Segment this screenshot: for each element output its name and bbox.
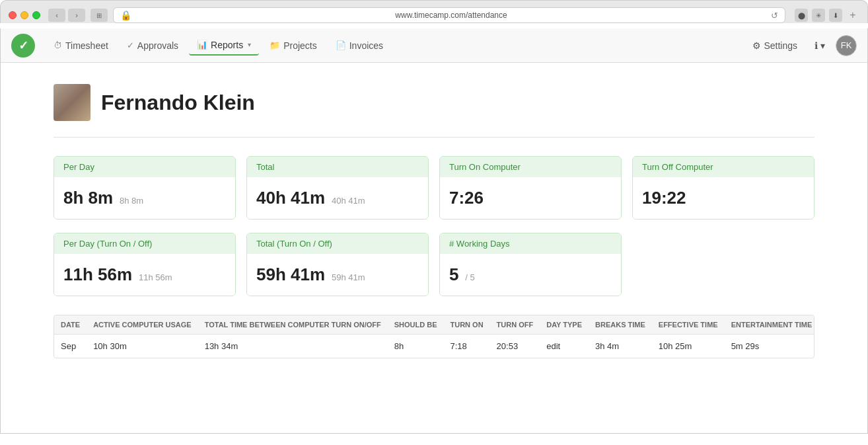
stat-sub-working-days: / 5 [465,272,474,282]
timesheet-icon: ⏱ [54,40,62,50]
profile-avatar [54,84,90,121]
nav-projects[interactable]: 📁 Projects [262,36,325,55]
logo[interactable]: ✓ [11,34,35,58]
user-avatar[interactable]: FK [836,35,857,56]
stat-body-turn-on: 7:26 [440,177,621,219]
col-total-between: TOTAL TIME BETWEEN COMPUTER TURN ON/OFF [198,315,388,335]
col-date: DATE [54,315,87,335]
stat-body-total: 40h 41m 40h 41m [247,177,428,219]
settings-icon: ⚙ [752,40,761,51]
reload-button[interactable]: ↺ [771,11,778,20]
window-control-button[interactable]: ⊞ [90,9,108,22]
url-text[interactable]: www.timecamp.com/attendance [135,11,767,20]
stat-body-total-turn: 59h 41m 59h 41m [247,254,428,296]
stat-sub-per-day-turn: 11h 56m [139,272,172,282]
info-caret: ▾ [820,40,825,51]
col-should-be: SHOULD BE [388,315,444,335]
stat-header-turn-off: Turn Off Computer [633,157,814,177]
stat-card-per-day-turn: Per Day (Turn On / Off) 11h 56m 11h 56m [54,233,236,296]
cell-entertainment-time: 5m 29s [725,335,814,358]
stat-sub-total-turn: 59h 41m [332,272,365,282]
data-table-container: DATE ACTIVE COMPUTER USAGE TOTAL TIME BE… [54,315,814,358]
nav-right: ⚙ Settings ℹ ▾ FK [746,35,857,56]
extension-icon-1[interactable]: ⬤ [795,9,808,22]
info-button[interactable]: ℹ ▾ [809,37,830,54]
nav-items: ⏱ Timesheet ✓ Approvals 📊 Reports ▾ 📁 Pr… [46,36,746,56]
stat-card-total-turn: Total (Turn On / Off) 59h 41m 59h 41m [246,233,429,296]
stat-header-total: Total [247,157,428,177]
col-effective-time: EFFECTIVE TIME [652,315,725,335]
cell-total-between: 13h 34m [198,335,388,358]
stat-body-per-day: 8h 8m 8h 8m [54,177,235,219]
col-entertainment-time: ENTERTAINMENT TIME [725,315,814,335]
stat-value-per-day: 8h 8m [63,188,113,208]
nav-timesheet-label: Timesheet [65,40,108,51]
info-icon: ℹ [814,40,818,51]
logo-icon: ✓ [18,38,28,53]
approvals-icon: ✓ [127,40,134,50]
nav-approvals-label: Approvals [137,40,178,51]
new-tab-button[interactable]: + [846,9,859,22]
stat-value-per-day-turn: 11h 56m [63,264,132,284]
stat-value-turn-on: 7:26 [449,188,484,208]
maximize-button[interactable] [32,11,40,19]
data-table: DATE ACTIVE COMPUTER USAGE TOTAL TIME BE… [54,315,814,358]
col-turn-on: TURN ON [443,315,489,335]
stat-sub-total: 40h 41m [332,196,365,206]
traffic-lights [9,11,40,19]
stats-row-1: Per Day 8h 8m 8h 8m Total 40h 41m 40h 41… [54,156,814,220]
stat-body-per-day-turn: 11h 56m 11h 56m [54,254,235,296]
stat-header-turn-on: Turn On Computer [440,157,621,177]
stat-card-turn-off: Turn Off Computer 19:22 [632,156,814,220]
stat-body-working-days: 5 / 5 [440,254,621,296]
address-bar[interactable]: 🔒 www.timecamp.com/attendance ↺ [113,7,785,23]
table-header-row: DATE ACTIVE COMPUTER USAGE TOTAL TIME BE… [54,315,814,335]
cell-breaks-time: 3h 4m [589,335,652,358]
settings-button[interactable]: ⚙ Settings [746,37,804,54]
nav-reports[interactable]: 📊 Reports ▾ [189,36,259,56]
stat-header-working-days: # Working Days [440,233,621,254]
cell-effective-time: 10h 25m [652,335,725,358]
stats-row-2: Per Day (Turn On / Off) 11h 56m 11h 56m … [54,233,814,296]
stat-card-per-day: Per Day 8h 8m 8h 8m [54,156,236,220]
col-breaks-time: BREAKS TIME [589,315,652,335]
cell-turn-on: 7:18 [443,335,489,358]
cell-date[interactable]: Sep [54,335,87,358]
back-button[interactable]: ‹ [48,9,65,22]
profile-divider [54,137,814,138]
nav-approvals[interactable]: ✓ Approvals [119,36,186,55]
table-body: Sep 10h 30m 13h 34m 8h 7:18 20:53 edit 3… [54,335,814,358]
browser-nav-buttons: ‹ › [48,9,85,22]
stat-header-total-turn: Total (Turn On / Off) [247,233,428,254]
forward-button[interactable]: › [68,9,85,22]
cell-turn-off: 20:53 [490,335,540,358]
stat-card-working-days: # Working Days 5 / 5 [439,233,622,296]
stat-header-per-day: Per Day [54,157,235,177]
nav-projects-label: Projects [283,40,317,51]
lock-icon: 🔒 [120,10,131,20]
extension-icon-2[interactable]: ✳ [812,9,825,22]
app-container: ✓ ⏱ Timesheet ✓ Approvals 📊 Reports ▾ 📁 … [0,28,868,434]
nav-invoices[interactable]: 📄 Invoices [328,36,391,55]
browser-extensions: ⬤ ✳ ⬇ + [795,9,859,22]
profile-name: Fernando Klein [101,91,255,115]
stat-value-total-turn: 59h 41m [256,264,325,284]
nav-invoices-label: Invoices [349,40,383,51]
table-row: Sep 10h 30m 13h 34m 8h 7:18 20:53 edit 3… [54,335,814,358]
close-button[interactable] [9,11,17,19]
nav-reports-label: Reports [211,40,243,50]
stat-value-working-days: 5 [449,264,458,284]
cell-active-usage: 10h 30m [87,335,198,358]
minimize-button[interactable] [20,11,28,19]
stat-value-turn-off: 19:22 [642,188,686,208]
stat-card-total: Total 40h 41m 40h 41m [246,156,429,220]
browser-chrome: ‹ › ⊞ 🔒 www.timecamp.com/attendance ↺ ⬤ … [0,0,868,23]
col-turn-off: TURN OFF [490,315,540,335]
cell-day-type[interactable]: edit [540,335,589,358]
extension-icon-3[interactable]: ⬇ [829,9,842,22]
top-nav: ✓ ⏱ Timesheet ✓ Approvals 📊 Reports ▾ 📁 … [1,28,867,63]
reports-caret: ▾ [248,41,251,48]
avatar-image [54,84,90,121]
avatar-text: FK [841,40,852,50]
nav-timesheet[interactable]: ⏱ Timesheet [46,36,116,55]
